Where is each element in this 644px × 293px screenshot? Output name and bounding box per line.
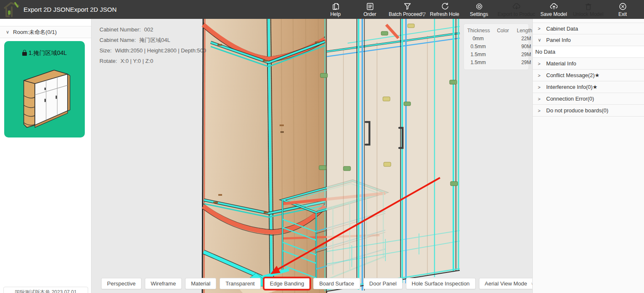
section-cabinet-data[interactable]: > Cabinet Data: [533, 23, 644, 34]
aerial-view-mode-dropdown[interactable]: Aerial View Mode∨: [479, 278, 532, 289]
board-surface-button[interactable]: Board Surface: [313, 278, 360, 289]
room-header-label: Room:未命名(0/1): [13, 29, 57, 36]
chevron-right-icon: >: [538, 96, 546, 101]
filter-funnel-icon: [403, 2, 412, 11]
gear-icon: [475, 2, 484, 11]
chevron-right-icon: >: [538, 61, 546, 66]
trash-icon: [584, 2, 593, 11]
chevron-right-icon: >: [538, 73, 546, 78]
batch-proceed-button[interactable]: Batch Proceed▽: [387, 2, 427, 17]
section-do-not-produce-boards[interactable]: > Do not produce boards(0): [533, 105, 644, 117]
refresh-icon: [440, 2, 449, 11]
edge-banding-legend: Thickness Color Length 0mm 22M 0.5mm 90M…: [463, 23, 529, 70]
chevron-right-icon: >: [538, 108, 546, 113]
room-sidebar: ∨ Room:未命名(0/1) 1.掩门区域04L: [0, 19, 92, 293]
door-panel-button[interactable]: Door Panel: [364, 278, 403, 289]
cloud-upload-icon: [550, 2, 558, 11]
section-connection-error[interactable]: > Connection Error(0): [533, 93, 644, 105]
wireframe-button[interactable]: Wireframe: [145, 278, 182, 289]
cloud-download-icon: [512, 2, 521, 11]
legend-row: 0.5mm 90M: [467, 42, 525, 50]
cabinet-card[interactable]: 1.掩门区域04L: [4, 41, 85, 137]
cabinet-rotate-row: Rotate:X:0 | Y:0 | Z:0: [99, 56, 206, 66]
section-conflict-message[interactable]: > Conflict Message(2)★: [533, 70, 644, 81]
help-icon: [331, 2, 340, 11]
chevron-down-icon: ∨: [538, 37, 546, 43]
help-button[interactable]: Help: [318, 2, 353, 17]
section-panel-info[interactable]: ∨ Panel Info: [533, 34, 644, 46]
cabinet-number-row: Cabinet Number:002: [99, 24, 206, 35]
lock-icon: [22, 52, 27, 56]
material-button[interactable]: Material: [185, 278, 216, 289]
view-mode-toolbar: Perspective Wireframe Material Transpare…: [101, 278, 532, 289]
cabinet-thumbnail: [13, 62, 76, 131]
app-title: Export 2D JSONExport 2D JSON: [24, 6, 117, 13]
panel-info-no-data: No Data: [533, 46, 644, 58]
edge-banding-button[interactable]: Edge Banding: [264, 278, 310, 289]
legend-row: 1.5mm 29M: [467, 50, 525, 58]
hole-surface-inspection-button[interactable]: Hole Surface Inspection: [406, 278, 476, 289]
section-material-info[interactable]: > Material Info: [533, 58, 644, 70]
legend-row: 0mm 22M: [467, 34, 525, 42]
close-circle-icon: [618, 2, 627, 11]
export-to-produce-button: Export to Produc: [496, 2, 537, 17]
refresh-hole-button[interactable]: Refresh Hole: [427, 2, 462, 17]
version-tag: 国际测试版本号 2023.07.01: [3, 287, 88, 293]
legend-row: 1.5mm 29M: [467, 58, 525, 66]
unlock-model-button: Unlock Model: [571, 2, 605, 17]
app-logo-icon: [3, 1, 21, 18]
chevron-right-icon: >: [538, 26, 546, 31]
exit-button[interactable]: Exit: [605, 2, 640, 17]
order-button[interactable]: Order: [353, 2, 387, 17]
section-interference-info[interactable]: > Interference Info(0)★: [533, 81, 644, 93]
cabinet-info-block: Cabinet Number:002 Cabinet Name:掩门区域04L …: [99, 24, 206, 66]
transparent-button[interactable]: Transparent: [220, 278, 261, 289]
room-header[interactable]: ∨ Room:未命名(0/1): [0, 26, 91, 38]
topbar: Export 2D JSONExport 2D JSON Help Order …: [0, 0, 644, 19]
settings-button[interactable]: Settings: [462, 2, 496, 17]
legend-header: Thickness Color Length: [467, 26, 525, 34]
save-model-button[interactable]: Save Model: [537, 2, 571, 17]
chevron-down-icon: ∨: [6, 29, 9, 35]
cabinet-name-row: Cabinet Name:掩门区域04L: [99, 35, 206, 45]
inspector-panel: > Cabinet Data ∨ Panel Info No Data > Ma…: [532, 19, 644, 293]
order-icon: [366, 2, 374, 11]
chevron-right-icon: >: [538, 85, 546, 90]
3d-viewport[interactable]: Cabinet Number:002 Cabinet Name:掩门区域04L …: [92, 19, 532, 293]
cabinet-card-title: 1.掩门区域04L: [4, 49, 85, 57]
topbar-menu: Help Order Batch Proceed▽ Refresh Hole: [318, 2, 644, 17]
perspective-button[interactable]: Perspective: [101, 278, 141, 289]
cabinet-size-row: Size:Width:2050 | Height:2800 | Depth:50…: [99, 45, 206, 56]
